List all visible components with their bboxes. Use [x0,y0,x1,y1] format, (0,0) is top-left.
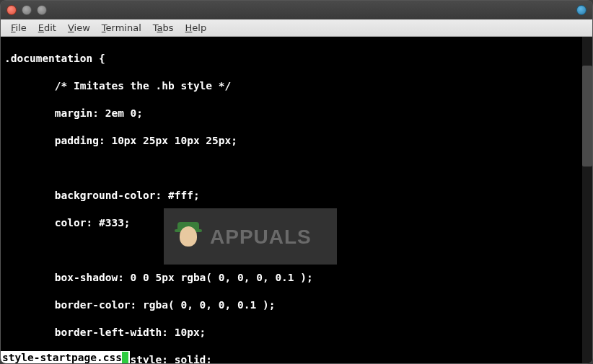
minimize-button[interactable] [22,5,32,15]
code-line: margin: 2em 0; [4,107,589,120]
code-line: /* Imitates the .hb style */ [4,79,589,93]
menu-help[interactable]: Help [180,21,213,35]
menu-tabs[interactable]: Tabs [147,21,180,35]
menu-edit[interactable]: Edit [32,21,62,35]
code-line: .documentation { [4,52,589,66]
close-button[interactable] [6,5,17,15]
watermark: APPUALS [164,208,337,265]
info-button[interactable] [576,5,587,15]
maximize-button[interactable] [37,5,47,15]
watermark-mascot-icon [171,219,206,254]
window-buttons [6,5,47,15]
code-line: box-shadow: 0 0 5px rgba( 0, 0, 0, 0.1 )… [4,271,589,285]
menu-terminal[interactable]: Terminal [96,21,147,35]
menu-view[interactable]: View [62,21,96,35]
titlebar [1,1,592,19]
scrollbar[interactable] [582,37,592,364]
watermark-text: APPUALS [210,230,312,244]
scrollbar-thumb[interactable] [582,66,592,167]
code-line: border-left-width: 10px; [4,326,589,339]
editor-statusbar: style-startpage.css [1,351,130,364]
code-line: border-color: rgba( 0, 0, 0, 0.1 ); [4,298,589,312]
menu-file[interactable]: File [5,21,32,35]
filename: style-startpage.css [2,351,122,364]
menubar: File Edit View Terminal Tabs Help [1,19,592,37]
terminal-content[interactable]: .documentation { /* Imitates the .hb sty… [1,37,592,364]
code-line: background-color: #fff; [4,189,589,203]
code-line: padding: 10px 25px 10px 25px; [4,134,589,148]
cursor-block [122,352,128,364]
code-line [4,161,589,175]
